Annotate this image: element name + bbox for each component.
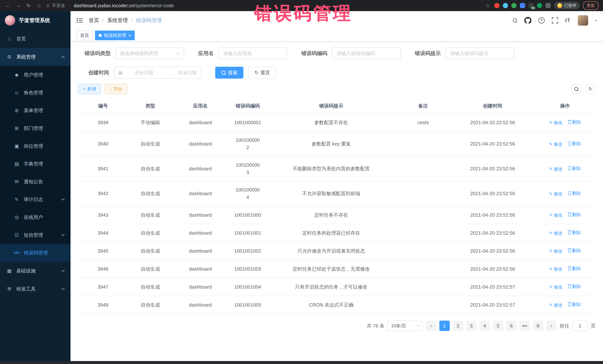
extension-icon-leaf[interactable]: [537, 3, 542, 8]
page-button-3[interactable]: 3: [466, 321, 476, 331]
sidebar-item-dev-tools[interactable]: ⚒ 研发工具: [0, 280, 70, 298]
close-icon[interactable]: ×: [128, 33, 131, 38]
edit-link[interactable]: ✎ 修改: [549, 141, 562, 148]
chevron-down-icon: [62, 233, 65, 236]
page-button-1[interactable]: 1: [439, 321, 450, 331]
reload-icon[interactable]: ↻: [25, 3, 32, 9]
cell-code: 1001001002: [228, 242, 267, 260]
edit-link[interactable]: ✎ 修改: [549, 301, 562, 309]
error-msg-input[interactable]: [450, 51, 510, 56]
sidebar-item-sms[interactable]: ☑ 短信管理: [0, 226, 70, 244]
tab-error-code[interactable]: 错误码管理 ×: [95, 31, 135, 40]
refresh-table-button[interactable]: ↻: [585, 84, 596, 94]
app-logo[interactable]: 芋道管理系统: [0, 11, 70, 30]
page-button-2[interactable]: 2: [453, 321, 463, 331]
page-ellipsis[interactable]: •••: [520, 321, 530, 331]
user-avatar[interactable]: [578, 15, 588, 26]
cell-msg: 定时任务不存在: [267, 206, 395, 224]
collapse-sidebar-icon[interactable]: [76, 17, 83, 23]
page-button-5[interactable]: 5: [493, 321, 503, 331]
export-button[interactable]: ↓ 导出: [105, 84, 127, 94]
sidebar-item-home[interactable]: ⌂ 首页: [0, 30, 70, 48]
error-type-select[interactable]: 请选择错误码类型: [116, 47, 184, 59]
delete-label: 删除: [572, 118, 581, 126]
delete-link[interactable]: 删除: [568, 229, 581, 236]
sidebar-item-audit-log[interactable]: ✎ 审计日志: [0, 190, 70, 208]
sidebar-item-system[interactable]: ⚙ 系统管理: [0, 48, 70, 66]
toggle-search-button[interactable]: [571, 84, 581, 94]
extension-icon-teal[interactable]: [503, 3, 508, 8]
next-page-button[interactable]: ›: [546, 321, 557, 331]
fullscreen-icon[interactable]: [552, 17, 558, 23]
delete-link[interactable]: 删除: [568, 211, 581, 218]
edit-link[interactable]: ✎ 修改: [549, 119, 562, 126]
delete-link[interactable]: 删除: [568, 190, 581, 197]
sidebar-item-roles[interactable]: ☺ 角色管理: [0, 84, 70, 101]
caret-down-icon[interactable]: ▾: [595, 18, 597, 22]
delete-link[interactable]: 删除: [568, 247, 581, 254]
announcement-icon: ✉: [14, 179, 20, 185]
breadcrumb-system[interactable]: 系统管理: [107, 17, 128, 24]
cell-app: dashboard: [173, 132, 228, 156]
goto-page-input[interactable]: [572, 321, 588, 331]
sidebar-item-positions[interactable]: ▣ 岗位管理: [0, 137, 70, 155]
delete-link[interactable]: 删除: [568, 301, 581, 308]
update-button[interactable]: 更新: [583, 1, 599, 10]
delete-link[interactable]: 删除: [568, 140, 581, 147]
edit-link[interactable]: ✎ 修改: [549, 265, 562, 273]
search-icon[interactable]: [512, 18, 517, 23]
sidebar-item-menus[interactable]: ≣ 菜单管理: [0, 101, 70, 119]
paused-pill[interactable]: 已暂停: [554, 2, 580, 10]
extension-icon-vue[interactable]: [511, 3, 517, 8]
breadcrumb-home[interactable]: 首页: [89, 17, 99, 24]
window-bottom-edge: [0, 361, 603, 364]
date-range-picker[interactable]: ▦ 开始日期 - 结束日期: [114, 67, 201, 78]
forward-icon[interactable]: →: [15, 3, 22, 9]
sidebar-item-users[interactable]: ☻ 用户管理: [0, 66, 70, 84]
bookmark-star-icon[interactable]: ☆: [484, 3, 491, 9]
edit-link[interactable]: ✎ 修改: [549, 247, 562, 255]
gear-icon: ⚙: [6, 54, 12, 60]
font-size-icon[interactable]: tT: [565, 17, 571, 23]
edit-link[interactable]: ✎ 修改: [549, 165, 562, 173]
github-icon[interactable]: [524, 17, 531, 24]
edit-link[interactable]: ✎ 修改: [549, 211, 562, 219]
edit-link[interactable]: ✎ 修改: [549, 190, 562, 198]
extension-icon-grid[interactable]: [520, 3, 525, 8]
sidebar-item-online-users[interactable]: ◎ 在线用户: [0, 208, 70, 226]
sidebar-item-label: 错误码管理: [24, 250, 48, 256]
help-icon[interactable]: ?: [538, 17, 545, 23]
app-name-input[interactable]: [223, 51, 283, 56]
address-bar[interactable]: dashboard.yudao.iocoder.cn/system/error-…: [74, 3, 174, 8]
prev-page-button[interactable]: ‹: [426, 321, 436, 331]
page-button-8[interactable]: 8: [533, 321, 543, 331]
user-group-icon: ☺: [14, 90, 20, 96]
cell-remark: [395, 278, 451, 296]
delete-link[interactable]: 删除: [568, 283, 581, 290]
extension-icon-red[interactable]: [494, 3, 499, 8]
sidebar-item-announcements[interactable]: ✉ 通知公告: [0, 173, 70, 190]
edit-link[interactable]: ✎ 修改: [549, 283, 562, 291]
edit-link[interactable]: ✎ 修改: [549, 230, 562, 237]
error-code-input[interactable]: [336, 51, 396, 56]
extension-icon-switch[interactable]: on: [528, 3, 533, 8]
delete-link[interactable]: 删除: [568, 265, 581, 272]
page-button-6[interactable]: 6: [506, 321, 517, 331]
page-button-4[interactable]: 4: [479, 321, 490, 331]
search-button[interactable]: 搜索: [215, 67, 244, 78]
back-icon[interactable]: ←: [4, 3, 11, 9]
sidebar-item-infrastructure[interactable]: ▦ 基础设施: [0, 262, 70, 280]
page-size-select[interactable]: 10条/页: [387, 321, 423, 331]
extension-icon-pin[interactable]: [545, 3, 551, 8]
add-button[interactable]: + 新增: [78, 84, 101, 94]
delete-link[interactable]: 删除: [568, 118, 581, 126]
security-indicator[interactable]: ⚠ 不安全: [46, 3, 65, 9]
tab-home[interactable]: 首页: [76, 31, 93, 40]
browser-home-icon[interactable]: ⌂: [36, 3, 42, 9]
sidebar-item-dictionary[interactable]: ▤ 字典管理: [0, 155, 70, 173]
reset-button[interactable]: ↻ 重置: [249, 67, 276, 78]
edit-icon: ✎: [549, 211, 552, 219]
delete-link[interactable]: 删除: [568, 165, 581, 172]
sidebar-item-error-code[interactable]: </> 错误码管理: [0, 244, 70, 262]
sidebar-item-departments[interactable]: ⊞ 部门管理: [0, 119, 70, 137]
